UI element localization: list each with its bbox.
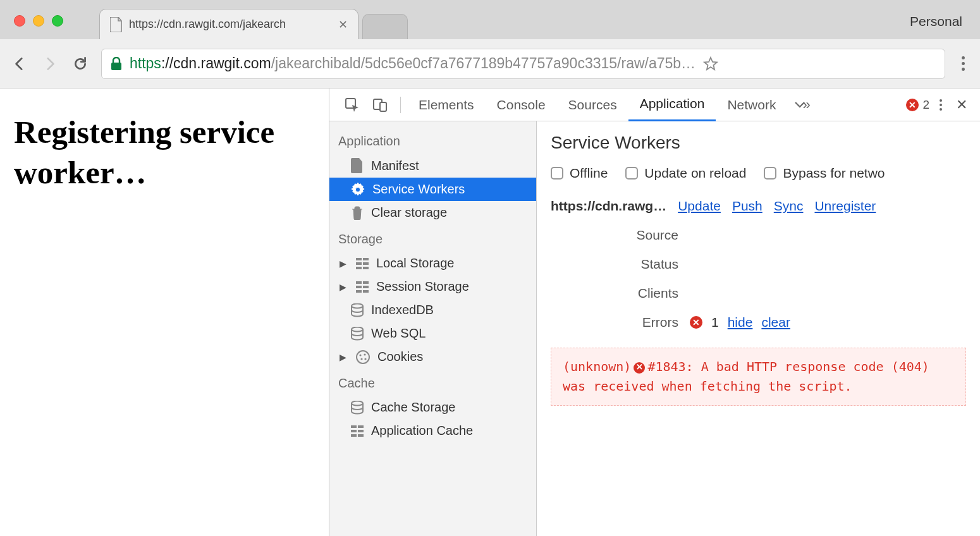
database-icon — [351, 303, 364, 317]
page-icon — [110, 17, 123, 32]
svg-rect-26 — [351, 430, 357, 432]
svg-rect-28 — [351, 434, 357, 437]
expand-triangle-icon[interactable]: ▶ — [340, 259, 347, 269]
error-badge-icon: ✕ — [906, 99, 919, 111]
sw-unregister-link[interactable]: Unregister — [814, 198, 876, 214]
svg-rect-8 — [356, 267, 362, 269]
svg-rect-9 — [363, 267, 369, 269]
sw-status-label: Status — [563, 257, 690, 272]
svg-point-17 — [352, 327, 363, 331]
chrome-menu-button[interactable] — [957, 56, 970, 71]
expand-triangle-icon[interactable]: ▶ — [340, 282, 347, 292]
more-tabs-chevron-icon[interactable]: » — [787, 97, 816, 113]
svg-rect-3 — [380, 102, 386, 111]
error-counter[interactable]: ✕ 2 — [906, 98, 929, 112]
svg-rect-13 — [363, 286, 369, 288]
sw-update-link[interactable]: Update — [678, 198, 721, 214]
back-button[interactable] — [10, 56, 29, 72]
tab-network[interactable]: Network — [716, 88, 787, 121]
panel-title: Service Workers — [551, 133, 966, 153]
offline-checkbox[interactable]: Offline — [551, 166, 608, 181]
svg-rect-11 — [363, 281, 369, 284]
error-x-icon: ✕ — [634, 362, 645, 374]
svg-rect-15 — [363, 290, 369, 293]
tab-elements[interactable]: Elements — [407, 88, 486, 121]
sidebar-item-cookies[interactable]: ▶ Cookies — [329, 345, 536, 368]
sw-errors-value: ✕ 1 hide clear — [690, 315, 966, 330]
devtools-menu-button[interactable] — [940, 99, 942, 111]
svg-point-19 — [359, 354, 361, 356]
sidebar-category-cache: Cache — [329, 368, 536, 396]
maximize-window-button[interactable] — [52, 15, 63, 27]
close-window-button[interactable] — [14, 15, 25, 27]
expand-triangle-icon[interactable]: ▶ — [340, 352, 347, 362]
tab-close-button[interactable]: ✕ — [338, 18, 348, 32]
sidebar-item-indexeddb[interactable]: IndexedDB — [329, 298, 536, 322]
svg-rect-5 — [363, 258, 369, 260]
profile-label[interactable]: Personal — [910, 14, 962, 29]
new-tab-button[interactable] — [362, 14, 408, 39]
sidebar-category-storage: Storage — [329, 224, 536, 252]
inspect-element-icon[interactable] — [338, 97, 366, 113]
address-bar[interactable]: https://cdn.rawgit.com/jakearchibald/5dc… — [101, 49, 945, 79]
page-heading: Registering service worker… — [14, 113, 315, 193]
svg-rect-27 — [358, 430, 364, 432]
browser-tab[interactable]: https://cdn.rawgit.com/jakearch ✕ — [99, 9, 358, 39]
sidebar-item-local-storage[interactable]: ▶ Local Storage — [329, 252, 536, 275]
svg-point-16 — [352, 303, 363, 308]
document-icon — [351, 158, 364, 173]
sidebar-item-cache-storage[interactable]: Cache Storage — [329, 396, 536, 419]
window-controls — [14, 15, 63, 27]
device-toggle-icon[interactable] — [366, 97, 394, 113]
tab-console[interactable]: Console — [486, 88, 557, 121]
svg-rect-0 — [111, 63, 121, 70]
sw-errors-label: Errors — [563, 315, 690, 330]
tab-title: https://cdn.rawgit.com/jakearch — [129, 18, 332, 31]
reload-button[interactable] — [71, 56, 90, 72]
svg-point-20 — [364, 353, 365, 355]
sidebar-item-clear-storage[interactable]: Clear storage — [329, 201, 536, 224]
tab-sources[interactable]: Sources — [557, 88, 628, 121]
sidebar-item-session-storage[interactable]: ▶ Session Storage — [329, 275, 536, 298]
error-message-box: (unknown)✕#1843: A bad HTTP response cod… — [551, 348, 966, 406]
sw-source-label: Source — [563, 228, 690, 243]
devtools-close-button[interactable]: ✕ — [952, 97, 971, 113]
forward-button[interactable] — [40, 56, 59, 72]
service-worker-origin-row: https://cdn.rawg… Update Push Sync Unreg… — [551, 198, 966, 214]
tab-application[interactable]: Application — [628, 88, 716, 121]
svg-rect-12 — [356, 286, 362, 288]
gear-icon — [351, 183, 365, 197]
devtools-tabbar: Elements Console Sources Application Net… — [329, 88, 980, 121]
bypass-for-network-checkbox[interactable]: Bypass for netwo — [764, 166, 885, 181]
browser-chrome: https://cdn.rawgit.com/jakearch ✕ Person… — [0, 0, 980, 88]
sidebar-item-manifest[interactable]: Manifest — [329, 154, 536, 178]
svg-rect-6 — [356, 262, 362, 265]
trash-icon — [351, 206, 364, 220]
sw-sync-link[interactable]: Sync — [774, 198, 804, 214]
sidebar-item-service-workers[interactable]: Service Workers — [329, 178, 536, 201]
sidebar-item-application-cache[interactable]: Application Cache — [329, 419, 536, 442]
sw-push-link[interactable]: Push — [732, 198, 763, 214]
bookmark-star-icon[interactable] — [703, 56, 718, 71]
svg-point-21 — [360, 358, 362, 360]
svg-rect-29 — [358, 434, 364, 437]
page-viewport: Registering service worker… — [0, 88, 329, 536]
svg-rect-25 — [358, 425, 364, 428]
table-icon — [356, 281, 369, 293]
errors-clear-link[interactable]: clear — [761, 315, 790, 330]
errors-hide-link[interactable]: hide — [728, 315, 753, 330]
svg-rect-4 — [356, 258, 362, 260]
application-sidebar: Application Manifest Service Workers Cle… — [329, 121, 537, 536]
svg-rect-7 — [363, 262, 369, 265]
sidebar-category-application: Application — [329, 126, 536, 154]
svg-rect-10 — [356, 281, 362, 284]
minimize-window-button[interactable] — [33, 15, 44, 27]
update-on-reload-checkbox[interactable]: Update on reload — [625, 166, 746, 181]
content-area: Registering service worker… Elements Con… — [0, 88, 980, 536]
svg-rect-14 — [356, 290, 362, 293]
url-text: https://cdn.rawgit.com/jakearchibald/5dc… — [130, 55, 695, 72]
sidebar-item-web-sql[interactable]: Web SQL — [329, 322, 536, 345]
database-icon — [351, 401, 364, 415]
svg-point-22 — [364, 358, 366, 360]
database-icon — [351, 327, 364, 341]
